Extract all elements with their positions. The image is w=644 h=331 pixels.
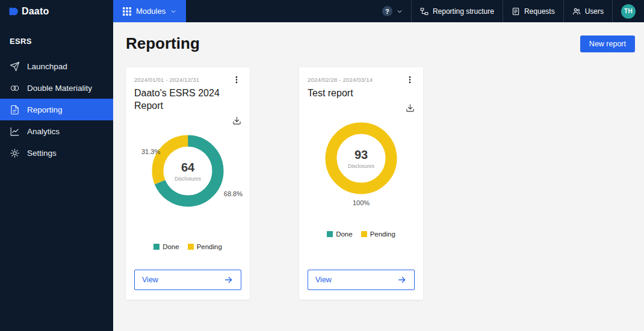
- view-label: View: [315, 276, 332, 284]
- download-row: [134, 116, 241, 125]
- legend-done: Done: [327, 230, 353, 238]
- arrow-right-icon: [397, 275, 407, 285]
- page-header: Reporting New report: [126, 34, 635, 53]
- users-button[interactable]: Users: [563, 0, 612, 22]
- help-icon: ?: [382, 6, 392, 16]
- checklist-icon: [512, 7, 520, 16]
- report-title: Test report: [308, 87, 415, 99]
- legend-done-label: Done: [336, 230, 353, 238]
- kebab-menu-icon[interactable]: [405, 75, 415, 85]
- hierarchy-icon: [420, 7, 429, 16]
- view-button[interactable]: View: [308, 270, 415, 290]
- legend-done: Done: [153, 243, 179, 250]
- user-menu[interactable]: TH: [612, 0, 644, 22]
- chart-legend: Done Pending: [134, 243, 241, 250]
- pending-percent-label: 100%: [308, 199, 415, 206]
- pending-swatch: [361, 231, 367, 237]
- report-cards: 2024/01/01 - 2024/12/31 Daato's ESRS 202…: [126, 67, 635, 300]
- sidebar-item-label: Settings: [27, 149, 57, 158]
- donut: 64 Disclosures: [152, 135, 224, 207]
- card-header: 2024/02/28 - 2024/03/14: [308, 75, 415, 85]
- topbar: Daato Modules ? Reporting structure Requ…: [0, 0, 644, 22]
- sidebar-item-settings[interactable]: Settings: [0, 142, 113, 164]
- page-title: Reporting: [126, 34, 200, 53]
- chart-legend: Done Pending: [308, 230, 415, 238]
- pending-swatch: [188, 244, 194, 250]
- report-title: Daato's ESRS 2024 Report: [134, 87, 241, 112]
- main-content: Reporting New report 2024/01/01 - 2024/1…: [113, 22, 644, 331]
- report-card: 2024/02/28 - 2024/03/14 Test report: [299, 67, 423, 300]
- help-menu[interactable]: ?: [374, 0, 411, 22]
- donut-chart: 64 Disclosures 31.3% 68.8%: [134, 126, 241, 241]
- sidebar-item-label: Reporting: [27, 105, 63, 114]
- donut-center: 93 Disclosures: [325, 122, 397, 194]
- view-button[interactable]: View: [134, 270, 241, 290]
- sidebar: ESRS Launchpad Double Materiality Report…: [0, 22, 113, 331]
- download-icon[interactable]: [406, 104, 415, 113]
- sidebar-item-double-materiality[interactable]: Double Materiality: [0, 77, 113, 99]
- sidebar-item-label: Double Materiality: [27, 84, 92, 93]
- sidebar-item-label: Analytics: [27, 127, 60, 136]
- card-header: 2024/01/01 - 2024/12/31: [134, 75, 241, 85]
- daato-logo[interactable]: Daato: [0, 0, 113, 22]
- legend-pending: Pending: [361, 230, 395, 238]
- done-swatch: [327, 231, 333, 237]
- disclosures-label: Disclosures: [175, 176, 201, 182]
- sidebar-item-label: Launchpad: [27, 62, 67, 71]
- report-card: 2024/01/01 - 2024/12/31 Daato's ESRS 202…: [126, 67, 250, 300]
- logo-text: Daato: [22, 6, 49, 17]
- download-row: [308, 104, 415, 113]
- disclosures-count: 64: [181, 161, 194, 175]
- legend-done-label: Done: [163, 243, 179, 250]
- chevron-down-icon: [397, 8, 403, 14]
- legend-pending-label: Pending: [197, 243, 222, 250]
- sidebar-section-title: ESRS: [0, 32, 113, 55]
- disclosures-label: Disclosures: [348, 163, 374, 169]
- overlapping-circles-icon: [10, 83, 20, 93]
- topbar-spacer: [186, 0, 374, 22]
- avatar: TH: [621, 4, 636, 19]
- donut-chart: 93 Disclosures 100%: [308, 114, 415, 228]
- new-report-button[interactable]: New report: [580, 36, 635, 52]
- rocket-icon: [10, 61, 20, 72]
- users-label: Users: [585, 7, 604, 16]
- kebab-menu-icon[interactable]: [232, 75, 241, 85]
- donut-center: 64 Disclosures: [152, 135, 224, 207]
- done-percent-label: 68.8%: [224, 190, 243, 197]
- grid-icon: [123, 7, 131, 16]
- requests-button[interactable]: Requests: [503, 0, 563, 22]
- modules-label: Modules: [136, 7, 166, 16]
- sidebar-item-launchpad[interactable]: Launchpad: [0, 55, 113, 77]
- daato-logo-icon: [8, 7, 18, 16]
- line-chart-icon: [10, 126, 20, 137]
- gear-icon: [10, 148, 20, 158]
- document-icon: [10, 105, 20, 115]
- modules-button[interactable]: Modules: [113, 0, 186, 22]
- chevron-down-icon: [170, 8, 176, 14]
- reporting-structure-label: Reporting structure: [433, 7, 494, 16]
- sidebar-item-reporting[interactable]: Reporting: [0, 99, 113, 120]
- arrow-right-icon: [224, 275, 234, 285]
- pending-percent-label: 31.3%: [141, 148, 160, 155]
- sidebar-item-analytics[interactable]: Analytics: [0, 120, 113, 142]
- report-date-range: 2024/02/28 - 2024/03/14: [308, 75, 373, 83]
- download-icon[interactable]: [232, 116, 241, 125]
- report-date-range: 2024/01/01 - 2024/12/31: [134, 75, 199, 83]
- reporting-structure-button[interactable]: Reporting structure: [411, 0, 503, 22]
- users-icon: [572, 7, 581, 16]
- view-label: View: [142, 276, 158, 284]
- donut: 93 Disclosures: [325, 122, 397, 194]
- done-swatch: [153, 244, 159, 250]
- requests-label: Requests: [524, 7, 555, 16]
- legend-pending-label: Pending: [370, 230, 395, 238]
- legend-pending: Pending: [188, 243, 222, 250]
- disclosures-count: 93: [355, 148, 368, 162]
- help-label: ?: [385, 8, 389, 15]
